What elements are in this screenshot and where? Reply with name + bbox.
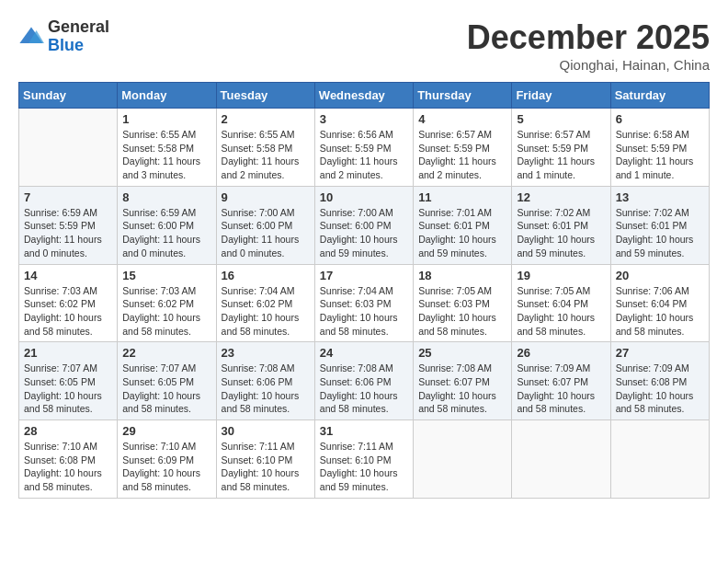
- weekday-header-row: SundayMondayTuesdayWednesdayThursdayFrid…: [19, 83, 710, 109]
- calendar-cell: 3Sunrise: 6:56 AMSunset: 5:59 PMDaylight…: [314, 109, 413, 187]
- day-number: 5: [517, 112, 605, 126]
- day-detail: Sunrise: 7:01 AMSunset: 6:01 PMDaylight:…: [418, 206, 506, 260]
- day-detail: Sunrise: 7:09 AMSunset: 6:08 PMDaylight:…: [616, 362, 704, 416]
- day-number: 22: [122, 346, 210, 360]
- calendar-cell: 27Sunrise: 7:09 AMSunset: 6:08 PMDayligh…: [610, 342, 709, 420]
- day-number: 10: [320, 190, 408, 204]
- day-number: 15: [122, 269, 210, 282]
- week-row-5: 28Sunrise: 7:10 AMSunset: 6:08 PMDayligh…: [19, 420, 710, 499]
- day-detail: Sunrise: 7:03 AMSunset: 6:02 PMDaylight:…: [24, 284, 112, 339]
- day-detail: Sunrise: 7:04 AMSunset: 6:03 PMDaylight:…: [320, 284, 408, 339]
- weekday-header-monday: Monday: [118, 83, 216, 109]
- calendar-cell: 25Sunrise: 7:08 AMSunset: 6:07 PMDayligh…: [414, 342, 512, 420]
- day-detail: Sunrise: 7:02 AMSunset: 6:01 PMDaylight:…: [517, 206, 605, 260]
- calendar-cell: 6Sunrise: 6:58 AMSunset: 5:59 PMDaylight…: [610, 109, 709, 187]
- day-number: 18: [418, 269, 506, 282]
- day-number: 19: [517, 269, 605, 282]
- day-detail: Sunrise: 6:57 AMSunset: 5:59 PMDaylight:…: [517, 128, 605, 182]
- day-detail: Sunrise: 7:08 AMSunset: 6:07 PMDaylight:…: [418, 362, 506, 416]
- day-number: 26: [517, 346, 605, 360]
- week-row-3: 14Sunrise: 7:03 AMSunset: 6:02 PMDayligh…: [19, 264, 710, 342]
- calendar-cell: 16Sunrise: 7:04 AMSunset: 6:02 PMDayligh…: [216, 264, 314, 342]
- day-detail: Sunrise: 7:08 AMSunset: 6:06 PMDaylight:…: [320, 362, 408, 416]
- month-title: December 2025: [467, 18, 710, 57]
- weekday-header-saturday: Saturday: [610, 83, 709, 109]
- day-number: 14: [24, 269, 112, 282]
- calendar-cell: 28Sunrise: 7:10 AMSunset: 6:08 PMDayligh…: [19, 420, 118, 499]
- calendar-cell: 26Sunrise: 7:09 AMSunset: 6:07 PMDayligh…: [512, 342, 610, 420]
- calendar-cell: 8Sunrise: 6:59 AMSunset: 6:00 PMDaylight…: [118, 186, 216, 264]
- day-detail: Sunrise: 7:09 AMSunset: 6:07 PMDaylight:…: [517, 362, 605, 416]
- day-detail: Sunrise: 7:10 AMSunset: 6:08 PMDaylight:…: [24, 440, 112, 494]
- day-detail: Sunrise: 7:03 AMSunset: 6:02 PMDaylight:…: [122, 284, 210, 339]
- logo: General Blue: [18, 18, 109, 55]
- calendar-cell: 7Sunrise: 6:59 AMSunset: 5:59 PMDaylight…: [19, 186, 118, 264]
- calendar-cell: 11Sunrise: 7:01 AMSunset: 6:01 PMDayligh…: [414, 186, 512, 264]
- day-number: 29: [122, 424, 210, 438]
- day-detail: Sunrise: 7:02 AMSunset: 6:01 PMDaylight:…: [616, 206, 704, 260]
- location: Qionghai, Hainan, China: [467, 57, 710, 73]
- calendar-cell: 24Sunrise: 7:08 AMSunset: 6:06 PMDayligh…: [314, 342, 413, 420]
- weekday-header-wednesday: Wednesday: [314, 83, 413, 109]
- calendar-cell: 2Sunrise: 6:55 AMSunset: 5:58 PMDaylight…: [216, 109, 314, 187]
- day-detail: Sunrise: 7:05 AMSunset: 6:04 PMDaylight:…: [517, 284, 605, 339]
- day-detail: Sunrise: 6:59 AMSunset: 5:59 PMDaylight:…: [24, 206, 112, 260]
- day-number: 20: [616, 269, 704, 282]
- day-number: 7: [24, 190, 112, 204]
- day-number: 13: [616, 190, 704, 204]
- day-number: 11: [418, 190, 506, 204]
- day-number: 2: [222, 112, 310, 126]
- calendar-table: SundayMondayTuesdayWednesdayThursdayFrid…: [18, 82, 710, 499]
- calendar-cell: 20Sunrise: 7:06 AMSunset: 6:04 PMDayligh…: [610, 264, 709, 342]
- day-detail: Sunrise: 7:07 AMSunset: 6:05 PMDaylight:…: [122, 362, 210, 416]
- day-number: 27: [616, 346, 704, 360]
- day-number: 31: [320, 424, 408, 438]
- calendar-cell: 15Sunrise: 7:03 AMSunset: 6:02 PMDayligh…: [118, 264, 216, 342]
- logo-general-label: General: [48, 18, 109, 37]
- day-detail: Sunrise: 7:10 AMSunset: 6:09 PMDaylight:…: [122, 440, 210, 494]
- week-row-2: 7Sunrise: 6:59 AMSunset: 5:59 PMDaylight…: [19, 186, 710, 264]
- day-number: 6: [616, 112, 704, 126]
- calendar-cell: 30Sunrise: 7:11 AMSunset: 6:10 PMDayligh…: [216, 420, 314, 499]
- day-number: 23: [222, 346, 310, 360]
- day-number: 21: [24, 346, 112, 360]
- calendar-cell: 29Sunrise: 7:10 AMSunset: 6:09 PMDayligh…: [118, 420, 216, 499]
- day-detail: Sunrise: 7:00 AMSunset: 6:00 PMDaylight:…: [320, 206, 408, 260]
- calendar-cell: [512, 420, 610, 499]
- calendar-cell: 23Sunrise: 7:08 AMSunset: 6:06 PMDayligh…: [216, 342, 314, 420]
- week-row-4: 21Sunrise: 7:07 AMSunset: 6:05 PMDayligh…: [19, 342, 710, 420]
- calendar-cell: 9Sunrise: 7:00 AMSunset: 6:00 PMDaylight…: [216, 186, 314, 264]
- day-detail: Sunrise: 7:06 AMSunset: 6:04 PMDaylight:…: [616, 284, 704, 339]
- weekday-header-thursday: Thursday: [414, 83, 512, 109]
- day-detail: Sunrise: 6:56 AMSunset: 5:59 PMDaylight:…: [320, 128, 408, 182]
- day-number: 4: [418, 112, 506, 126]
- week-row-1: 1Sunrise: 6:55 AMSunset: 5:58 PMDaylight…: [19, 109, 710, 187]
- day-detail: Sunrise: 7:04 AMSunset: 6:02 PMDaylight:…: [222, 284, 310, 339]
- day-number: 17: [320, 269, 408, 282]
- day-number: 30: [222, 424, 310, 438]
- weekday-header-friday: Friday: [512, 83, 610, 109]
- calendar-cell: 21Sunrise: 7:07 AMSunset: 6:05 PMDayligh…: [19, 342, 118, 420]
- day-number: 3: [320, 112, 408, 126]
- day-number: 16: [222, 269, 310, 282]
- day-detail: Sunrise: 7:11 AMSunset: 6:10 PMDaylight:…: [320, 440, 408, 494]
- logo-blue-label: Blue: [48, 37, 109, 55]
- day-detail: Sunrise: 6:57 AMSunset: 5:59 PMDaylight:…: [418, 128, 506, 182]
- day-number: 8: [122, 190, 210, 204]
- day-detail: Sunrise: 7:07 AMSunset: 6:05 PMDaylight:…: [24, 362, 112, 416]
- calendar-cell: 4Sunrise: 6:57 AMSunset: 5:59 PMDaylight…: [414, 109, 512, 187]
- calendar-cell: 12Sunrise: 7:02 AMSunset: 6:01 PMDayligh…: [512, 186, 610, 264]
- calendar-cell: 17Sunrise: 7:04 AMSunset: 6:03 PMDayligh…: [314, 264, 413, 342]
- day-detail: Sunrise: 7:00 AMSunset: 6:00 PMDaylight:…: [222, 206, 310, 260]
- calendar-cell: [610, 420, 709, 499]
- day-detail: Sunrise: 6:59 AMSunset: 6:00 PMDaylight:…: [122, 206, 210, 260]
- calendar-cell: 22Sunrise: 7:07 AMSunset: 6:05 PMDayligh…: [118, 342, 216, 420]
- calendar-cell: 1Sunrise: 6:55 AMSunset: 5:58 PMDaylight…: [118, 109, 216, 187]
- day-number: 9: [222, 190, 310, 204]
- calendar-cell: 31Sunrise: 7:11 AMSunset: 6:10 PMDayligh…: [314, 420, 413, 499]
- day-number: 1: [122, 112, 210, 126]
- calendar-cell: [19, 109, 118, 187]
- calendar-cell: 18Sunrise: 7:05 AMSunset: 6:03 PMDayligh…: [414, 264, 512, 342]
- day-number: 28: [24, 424, 112, 438]
- day-detail: Sunrise: 7:05 AMSunset: 6:03 PMDaylight:…: [418, 284, 506, 339]
